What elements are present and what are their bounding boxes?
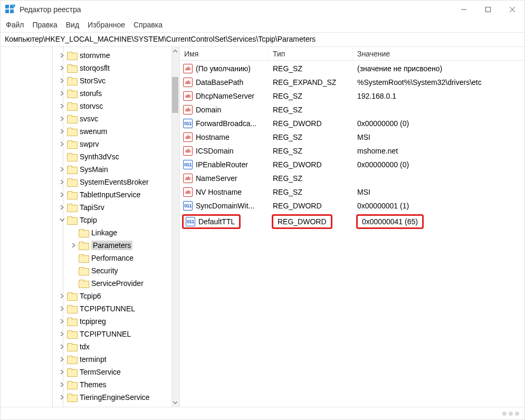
tree-item[interactable]: storufs [1,87,171,100]
tree-item[interactable]: TCPIPTUNNEL [1,328,171,340]
address-bar[interactable]: Компьютер\HKEY_LOCAL_MACHINE\SYSTEM\Curr… [1,33,524,47]
chevron-right-icon[interactable] [59,90,66,97]
window-root: Редактор реестра Файл Правка Вид Избранн… [0,0,525,420]
maximize-button[interactable] [476,1,500,18]
chevron-right-icon[interactable] [59,191,66,198]
folder-icon [67,102,77,110]
tree-item[interactable]: swenum [1,125,171,138]
col-header-name[interactable]: Имя [180,47,269,60]
tree-item[interactable]: TermService [1,366,171,378]
col-header-value[interactable]: Значение [353,47,524,60]
tree-guide-line [52,47,53,407]
menu-favorites[interactable]: Избранное [88,21,125,29]
reg-dword-icon: 011 [183,119,193,128]
chevron-right-icon[interactable] [59,368,66,376]
tree-item[interactable]: SystemEventsBroker [1,176,171,188]
value-row[interactable]: 011SyncDomainWit...REG_DWORD0x00000001 (… [180,199,524,213]
value-name-cell: 011DefaultTTL [180,214,269,229]
chevron-right-icon[interactable] [59,292,66,300]
highlight-box: 011DefaultTTL [182,214,241,229]
tree-panel: stornvmestorqosfltStorSvcstorufsstorvscs… [1,47,180,407]
menu-help[interactable]: Справка [133,21,163,29]
value-row[interactable]: abDataBasePathREG_EXPAND_SZ%SystemRoot%\… [180,75,524,89]
value-data: 0x00000001 (1) [357,202,409,210]
chevron-right-icon[interactable] [59,128,66,135]
value-row[interactable]: 011ForwardBroadca...REG_DWORD0x00000000 … [180,117,524,130]
value-name-cell: abNV Hostname [180,187,269,197]
tree-item[interactable]: Themes [1,378,171,391]
folder-icon [67,330,77,338]
chevron-right-icon[interactable] [59,52,66,59]
scroll-up-button[interactable] [171,47,179,55]
value-row[interactable]: abHostnameREG_SZMSI [180,130,524,144]
resize-grip-icon[interactable] [502,412,519,416]
value-row[interactable]: 011DefaultTTLREG_DWORD0x00000041 (65) [180,213,524,231]
tree-item[interactable]: TapiSrv [1,201,171,214]
menu-edit[interactable]: Правка [32,21,57,29]
tree-item[interactable]: TieringEngineService [1,391,171,404]
reg-string-icon: ab [183,91,193,101]
chevron-down-icon[interactable] [59,216,66,224]
tree-item[interactable]: ServiceProvider [1,277,171,290]
chevron-right-icon[interactable] [59,343,66,350]
chevron-right-icon[interactable] [59,77,66,84]
tree-item[interactable]: terminpt [1,353,171,366]
svg-rect-0 [5,5,9,8]
tree-item[interactable]: SysMain [1,163,171,176]
value-row[interactable]: abDhcpNameServerREG_SZ192.168.0.1 [180,89,524,103]
value-row[interactable]: abNameServerREG_SZ [180,171,524,185]
value-row[interactable]: abNV HostnameREG_SZMSI [180,185,524,199]
chevron-right-icon[interactable] [59,305,66,312]
chevron-right-icon[interactable] [59,381,66,388]
close-button[interactable] [500,1,524,18]
scroll-thumb[interactable] [172,77,178,113]
tree-item[interactable]: Tcpip6 [1,290,171,302]
tree-item[interactable]: tcpipreg [1,315,171,328]
chevron-right-icon[interactable] [59,64,66,72]
value-type-cell: REG_DWORD [269,119,353,128]
tree-item[interactable]: storqosflt [1,62,171,74]
tree-item[interactable]: Synth3dVsc [1,150,171,163]
minimize-button[interactable] [452,1,476,18]
menu-view[interactable]: Вид [66,21,79,29]
chevron-right-icon[interactable] [59,102,66,110]
chevron-right-icon[interactable] [70,242,78,249]
tree-scrollbar[interactable] [171,47,179,407]
value-type-cell: REG_SZ [269,133,353,141]
chevron-right-icon[interactable] [59,318,66,325]
chevron-right-icon[interactable] [59,204,66,211]
tree-item[interactable]: Linkage [1,226,171,239]
tree-item[interactable]: Security [1,264,171,277]
col-header-type[interactable]: Тип [269,47,353,60]
value-row[interactable]: ab(По умолчанию)REG_SZ(значение не присв… [180,62,524,75]
tree-item[interactable]: tdx [1,340,171,353]
chevron-right-icon[interactable] [59,178,66,186]
statusbar [1,407,524,419]
tree-item[interactable]: Tcpip [1,214,171,226]
value-data: 192.168.0.1 [357,92,396,100]
menu-file[interactable]: Файл [6,21,24,29]
chevron-right-icon[interactable] [59,356,66,363]
titlebar[interactable]: Редактор реестра [1,1,524,18]
tree-item[interactable]: storvsc [1,100,171,112]
tree-item[interactable]: stornvme [1,49,171,62]
tree-item[interactable]: Performance [1,252,171,264]
tree-item[interactable]: Parameters [1,239,171,252]
tree-item[interactable]: TabletInputService [1,188,171,201]
tree-item[interactable]: swprv [1,138,171,150]
chevron-right-icon[interactable] [59,115,66,122]
value-name-cell: 011IPEnableRouter [180,160,269,169]
chevron-right-icon[interactable] [59,394,66,401]
value-row[interactable]: abDomainREG_SZ [180,103,524,117]
tree-item[interactable]: StorSvc [1,74,171,87]
tree-item[interactable]: TCPIP6TUNNEL [1,302,171,315]
value-row[interactable]: 011IPEnableRouterREG_DWORD0x00000000 (0) [180,158,524,171]
tree-guide-line [63,47,63,407]
chevron-right-icon[interactable] [59,330,66,338]
chevron-right-icon[interactable] [59,140,66,148]
chevron-right-icon[interactable] [59,166,66,173]
tree-item-label: ServiceProvider [91,279,144,288]
value-row[interactable]: abICSDomainREG_SZmshome.net [180,144,524,158]
tree-item[interactable]: svsvc [1,112,171,125]
scroll-down-button[interactable] [171,398,179,407]
